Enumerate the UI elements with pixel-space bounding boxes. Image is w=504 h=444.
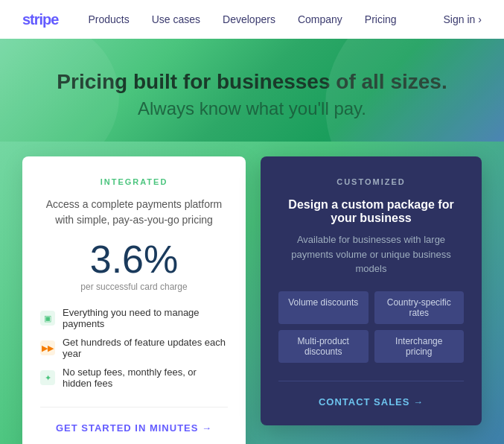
- list-item: ▶▶ Get hundreds of feature updates each …: [40, 337, 228, 359]
- tag-multiproduct-discounts: Multi-product discounts: [278, 330, 369, 363]
- chevron-right-icon: ›: [478, 13, 482, 25]
- integrated-card: INTEGRATED Access a complete payments pl…: [22, 156, 246, 444]
- customized-card: CUSTOMIZED Design a custom package for y…: [261, 156, 482, 425]
- sign-in-link[interactable]: Sign in ›: [444, 13, 482, 25]
- feature-tags: Volume discounts Country-specific rates …: [278, 291, 464, 363]
- pricing-cards: INTEGRATED Access a complete payments pl…: [0, 142, 504, 444]
- hero-section: Pricing built for businesses of all size…: [0, 39, 504, 142]
- integrated-description: Access a complete payments platform with…: [40, 197, 228, 228]
- customized-description: Available for businesses with large paym…: [278, 232, 464, 276]
- stripe-logo[interactable]: stripe: [22, 11, 58, 28]
- integrated-label: INTEGRATED: [40, 177, 228, 186]
- customized-label: CUSTOMIZED: [278, 177, 464, 186]
- integrated-price-sub: per successful card charge: [40, 282, 228, 292]
- nav-products[interactable]: Products: [88, 13, 129, 25]
- nav-pricing[interactable]: Pricing: [365, 13, 397, 25]
- navbar: stripe Products Use cases Developers Com…: [0, 0, 504, 39]
- nav-developers[interactable]: Developers: [223, 13, 275, 25]
- payments-icon: ▣: [40, 311, 55, 326]
- feature-list: ▣ Everything you need to manage payments…: [40, 307, 228, 389]
- nav-use-cases[interactable]: Use cases: [152, 13, 200, 25]
- customized-heading: Design a custom package for your busines…: [278, 198, 464, 225]
- hero-title-line2: Always know what you'll pay.: [22, 98, 482, 119]
- get-started-button[interactable]: GET STARTED IN MINUTES →: [40, 407, 228, 434]
- hero-title-line1: Pricing built for businesses of all size…: [22, 69, 482, 95]
- tag-country-rates: Country-specific rates: [374, 291, 465, 324]
- nav-links: Products Use cases Developers Company Pr…: [88, 13, 443, 25]
- nav-company[interactable]: Company: [298, 13, 342, 25]
- updates-icon: ▶▶: [40, 340, 55, 355]
- integrated-price: 3.6%: [40, 240, 228, 279]
- list-item: ✦ No setup fees, monthly fees, or hidden…: [40, 367, 228, 389]
- tag-interchange-pricing: Interchange pricing: [374, 330, 465, 363]
- contact-sales-button[interactable]: CONTACT SALES →: [278, 381, 464, 407]
- tag-volume-discounts: Volume discounts: [278, 291, 369, 324]
- list-item: ▣ Everything you need to manage payments: [40, 307, 228, 329]
- fees-icon: ✦: [40, 370, 55, 385]
